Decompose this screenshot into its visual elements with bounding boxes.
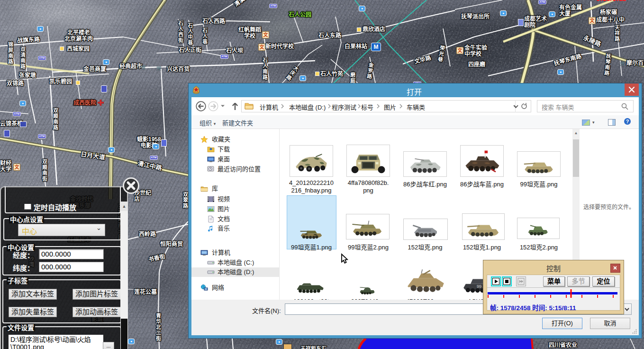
svg-text:99: 99 bbox=[477, 284, 481, 289]
